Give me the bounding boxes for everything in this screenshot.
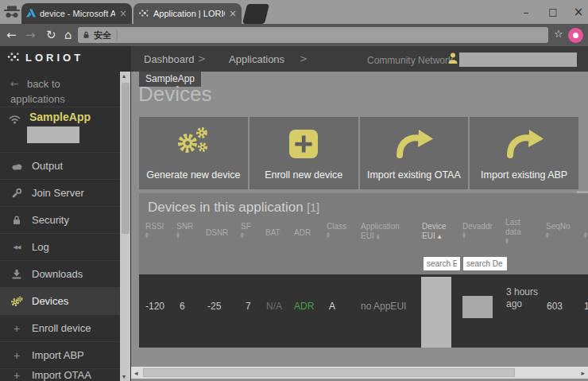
action-label: Import existing OTAA <box>367 169 461 181</box>
tab-close-icon[interactable]: × <box>119 8 127 19</box>
devices-table-panel: Devices in this application [1] RSSI ▲▼ … <box>139 193 588 348</box>
loriot-favicon-icon <box>138 8 149 20</box>
avatar-glyph-icon <box>573 33 578 38</box>
window-maximize-button[interactable]: □ <box>541 2 565 22</box>
window-minimize-button[interactable]: – <box>514 2 538 22</box>
column-header-rssi[interactable]: RSSI ▲▼ <box>145 222 164 238</box>
column-header-application-eui[interactable]: Application EUI ▲▼ <box>361 222 400 240</box>
scroll-right-icon[interactable]: ▸ <box>581 369 585 377</box>
cell-snr: 6 <box>180 301 185 312</box>
import-existing-otaa-button[interactable]: Import existing OTAA <box>360 117 469 189</box>
window-close-button[interactable]: × <box>567 2 588 22</box>
sort-icon[interactable]: ▲▼ <box>327 231 346 238</box>
tab-loriot-active[interactable]: Application | LORIOT.io × <box>133 3 242 24</box>
column-header-adr[interactable]: ADR <box>294 228 311 237</box>
column-header-dsnr[interactable]: DSNR <box>206 228 228 237</box>
import-existing-abp-button[interactable]: Import existing ABP <box>470 117 578 189</box>
breadcrumb-separator-icon: > <box>198 53 206 64</box>
column-header-snr[interactable]: SNR ▲▼ <box>176 222 193 238</box>
import-arrow-icon <box>504 128 545 161</box>
bookmark-star-icon[interactable]: ☆ <box>554 28 563 40</box>
enroll-new-device-button[interactable]: Enroll new device <box>250 117 358 189</box>
plus-square-icon <box>289 130 318 161</box>
search-eui-input[interactable] <box>424 257 460 270</box>
cell-app-eui: no AppEUI <box>361 301 406 312</box>
back-arrow-icon: ← <box>10 78 19 90</box>
sidebar-item-import-otaa[interactable]: + Import OTAA <box>0 368 120 381</box>
sort-icon[interactable]: ▲▼ <box>584 231 587 238</box>
loriot-logo-icon <box>6 51 21 66</box>
home-icon[interactable]: ⌂ <box>64 26 72 44</box>
column-header-class[interactable]: Class ▲▼ <box>327 222 346 238</box>
sort-icon[interactable]: ▲▼ <box>241 231 251 238</box>
profile-avatar[interactable] <box>568 28 583 43</box>
column-header-bat[interactable]: BAT <box>265 228 280 237</box>
column-header-sf[interactable]: SF ▲▼ <box>241 222 251 238</box>
cell-sf: 7 <box>246 301 251 312</box>
cell-class: A <box>329 301 335 312</box>
cell-seqno: 603 <box>547 301 563 312</box>
tab-title: Application | LORIOT.io <box>153 9 225 18</box>
sort-icon[interactable]: ▲▼ <box>505 237 520 243</box>
sidebar-item-devices[interactable]: Devices <box>0 287 120 314</box>
column-header-device-eui[interactable]: Device EUI ▲ <box>422 222 447 240</box>
tab-close-icon[interactable]: × <box>229 8 237 19</box>
generate-new-device-button[interactable]: Generate new device <box>139 117 248 189</box>
sidebar-item-enroll-device[interactable]: + Enroll device <box>0 314 120 341</box>
scroll-up-icon[interactable]: ▴ <box>122 72 126 80</box>
sidebar-scrollbar[interactable]: ▴ ▾ <box>120 72 130 381</box>
sidebar-item-join-server[interactable]: Join Server <box>0 179 120 206</box>
sidebar-item-log[interactable]: ◀◀ Log <box>0 233 120 260</box>
scrollbar-thumb[interactable] <box>122 83 130 234</box>
breadcrumb-applications[interactable]: Applications <box>229 53 284 65</box>
sort-icon[interactable]: ▲▼ <box>176 231 193 238</box>
sort-icon[interactable]: ▲▼ <box>145 231 164 238</box>
search-devaddr-input[interactable] <box>463 257 507 270</box>
column-header-last-data[interactable]: Last data ▲▼ <box>505 218 520 243</box>
rewind-icon: ◀◀ <box>10 244 23 251</box>
device-table-row[interactable]: -120 6 -25 7 N/A ADR A no AppEUI 3 hours… <box>139 274 588 348</box>
item-label: Downloads <box>32 268 83 280</box>
scrollbar-thumb[interactable] <box>143 368 515 377</box>
sort-icon[interactable]: ▲▼ <box>462 231 493 238</box>
item-label: Security <box>32 214 69 226</box>
sort-icon[interactable]: ▲▼ <box>377 233 380 239</box>
horizontal-scrollbar[interactable]: ◂ ▸ <box>131 367 588 379</box>
lock-icon <box>10 215 23 225</box>
action-label: Import existing ABP <box>481 169 567 181</box>
lock-icon <box>83 28 90 42</box>
column-header-seqno[interactable]: SeqNo ▲▼ <box>546 222 571 238</box>
sidebar-item-sampleapp[interactable]: SampleApp <box>0 107 120 152</box>
back-icon[interactable]: ← <box>6 26 17 44</box>
item-label: Output <box>32 160 63 172</box>
action-label: Generate new device <box>146 169 240 181</box>
sidebar-item-security[interactable]: Security <box>0 206 120 233</box>
cell-rssi: -120 <box>145 301 164 312</box>
forward-icon[interactable]: → <box>25 26 36 44</box>
import-arrow-icon <box>393 128 435 161</box>
item-label: Log <box>32 241 49 253</box>
breadcrumb-separator-icon: > <box>300 53 308 64</box>
scroll-down-icon[interactable]: ▾ <box>122 373 126 380</box>
breadcrumb-dashboard[interactable]: Dashboard <box>144 53 195 65</box>
omnibox[interactable]: 安全 | <box>78 27 548 43</box>
scroll-left-icon[interactable]: ◂ <box>134 369 138 377</box>
sidebar-item-output[interactable]: Output <box>0 152 120 179</box>
cell-dsnr: -25 <box>207 301 221 312</box>
sampleapp-label: SampleApp <box>29 111 91 123</box>
plus-icon: + <box>10 349 23 362</box>
cloud-icon <box>10 162 23 170</box>
column-header-clipped[interactable]: ▲▼ <box>584 222 587 238</box>
tab-azure[interactable]: device - Microsoft Azur × <box>21 3 132 24</box>
table-title: Devices in this application <box>148 200 304 215</box>
reload-icon[interactable]: ↻ <box>46 26 56 44</box>
sort-asc-icon[interactable]: ▲ <box>438 231 442 240</box>
sidebar-item-downloads[interactable]: Downloads <box>0 260 120 287</box>
gears-icon <box>174 125 212 161</box>
column-header-devaddr[interactable]: Devaddr ▲▼ <box>462 222 493 238</box>
redacted-app-id <box>27 126 79 143</box>
network-label: Community Network <box>367 55 453 66</box>
address-input[interactable] <box>122 29 544 41</box>
sidebar-item-import-abp[interactable]: + Import ABP <box>0 341 120 368</box>
sort-icon[interactable]: ▲▼ <box>546 231 571 238</box>
